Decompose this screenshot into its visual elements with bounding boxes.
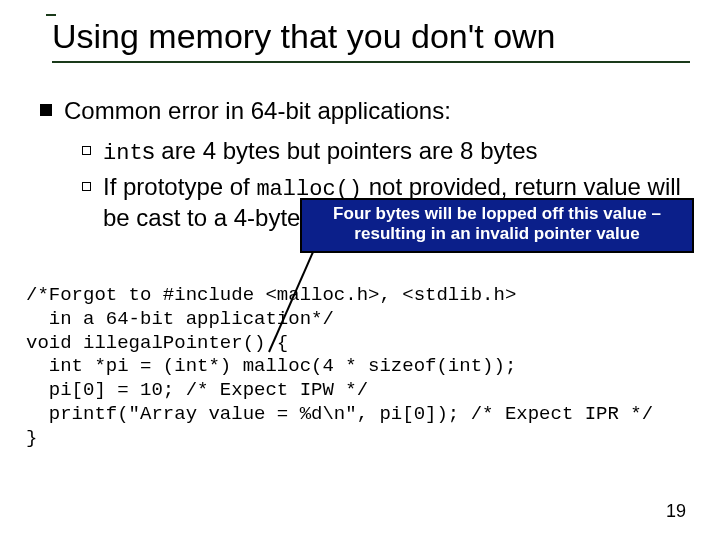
callout: Four bytes will be lopped off this value… (300, 198, 694, 253)
title-container: Using memory that you don't own (52, 18, 690, 63)
slide-title: Using memory that you don't own (52, 18, 690, 63)
code-line: } (26, 427, 37, 449)
code-line: printf("Array value = %d\n", pi[0]); /* … (26, 403, 653, 425)
bullet-hollow-icon (82, 182, 91, 191)
code-inline: int (103, 141, 143, 166)
slide: Using memory that you don't own Common e… (0, 0, 720, 540)
callout-line1: Four bytes will be lopped off this value… (308, 204, 686, 224)
code-line: pi[0] = 10; /* Expect IPW */ (26, 379, 368, 401)
title-accent (46, 14, 56, 16)
bullet-square-icon (40, 104, 52, 116)
code-line: int *pi = (int*) malloc(4 * sizeof(int))… (26, 355, 516, 377)
code-line: /*Forgot to #include <malloc.h>, <stdlib… (26, 284, 516, 306)
bullet-level1: Common error in 64-bit applications: (40, 96, 690, 126)
callout-line2: resulting in an invalid pointer value (308, 224, 686, 244)
sub2-a: If prototype of (103, 173, 256, 200)
bullet1-text: Common error in 64-bit applications: (64, 96, 451, 126)
callout-box: Four bytes will be lopped off this value… (300, 198, 694, 253)
sub1-rest: s are 4 bytes but pointers are 8 bytes (143, 137, 538, 164)
code-line: void illegalPointer() { (26, 332, 288, 354)
bullet-level2: ints are 4 bytes but pointers are 8 byte… (82, 136, 690, 168)
bullet-hollow-icon (82, 146, 91, 155)
sub1-text: ints are 4 bytes but pointers are 8 byte… (103, 136, 538, 168)
code-block: /*Forgot to #include <malloc.h>, <stdlib… (26, 284, 700, 450)
code-line: in a 64-bit application*/ (26, 308, 334, 330)
page-number: 19 (666, 501, 686, 522)
